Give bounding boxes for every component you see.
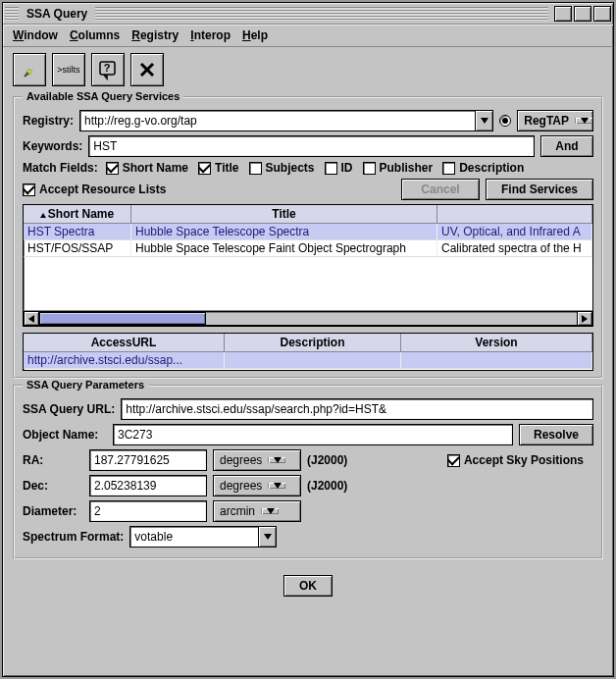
format-combo[interactable] — [129, 526, 277, 548]
format-input[interactable] — [130, 527, 258, 547]
cb-description-label: Description — [459, 161, 524, 175]
menu-columns[interactable]: Columns — [66, 26, 124, 44]
minimize-button[interactable] — [554, 6, 572, 22]
scroll-track[interactable] — [39, 311, 577, 326]
services-tbody: HST Spectra Hubble Space Telescope Spect… — [24, 224, 592, 310]
menu-interop[interactable]: Interop — [186, 26, 234, 44]
ra-units-arrow[interactable] — [268, 457, 285, 463]
params-fieldset: SSA Query Parameters SSA Query URL: Obje… — [13, 385, 603, 559]
pin-icon — [20, 60, 39, 79]
scroll-left-button[interactable] — [24, 311, 39, 326]
find-services-button[interactable]: Find Services — [486, 179, 593, 200]
menu-registry[interactable]: Registry — [128, 26, 182, 44]
title-deco-left — [5, 7, 19, 21]
chevron-down-icon — [481, 118, 488, 124]
cb-short-name[interactable] — [106, 162, 119, 175]
window: SSA Query Window Columns Registry Intero… — [2, 2, 614, 677]
object-input[interactable] — [113, 424, 513, 445]
ra-epoch: (J2000) — [307, 453, 347, 467]
th-title[interactable]: Title — [131, 205, 437, 223]
th-version[interactable]: Version — [401, 334, 592, 351]
dec-units-label: degrees — [214, 479, 268, 493]
regtap-radio[interactable] — [499, 115, 511, 127]
diameter-units-arrow[interactable] — [261, 508, 279, 514]
ra-label: RA: — [23, 453, 83, 467]
close-button[interactable] — [593, 6, 611, 22]
cb-publisher-label: Publisher — [380, 161, 434, 175]
scroll-right-button[interactable] — [577, 311, 592, 326]
cell-title: Hubble Space Telescope Faint Object Spec… — [131, 240, 437, 256]
registry-combo-arrow[interactable] — [475, 111, 492, 131]
match-fields-label: Match Fields: — [23, 161, 98, 175]
chevron-down-icon — [264, 534, 272, 540]
services-hscroll[interactable] — [24, 310, 592, 326]
url-input[interactable] — [121, 398, 593, 420]
dec-units-dropdown[interactable]: degrees — [213, 475, 301, 496]
table-row[interactable]: http://archive.stsci.edu/ssap... — [24, 352, 592, 369]
ra-input[interactable] — [89, 449, 207, 471]
stilts-button[interactable]: >stilts — [52, 53, 85, 86]
registry-combo[interactable] — [79, 110, 493, 131]
menubar: Window Columns Registry Interop Help — [3, 25, 613, 47]
cb-id-label: ID — [341, 161, 353, 175]
cb-accept-lists[interactable] — [23, 183, 35, 196]
menu-window[interactable]: Window — [9, 26, 62, 44]
cb-publisher[interactable] — [363, 162, 376, 175]
dec-label: Dec: — [23, 479, 83, 493]
cb-accept-sky[interactable] — [447, 454, 460, 467]
help-icon: ? — [97, 59, 119, 80]
details-table: AccessURL Description Version http://arc… — [23, 333, 593, 371]
pin-button[interactable] — [13, 53, 46, 86]
cancel-close-button[interactable] — [130, 53, 164, 86]
th-accessurl[interactable]: AccessURL — [24, 334, 225, 351]
svg-line-0 — [25, 73, 28, 77]
cell-other: UV, Optical, and Infrared A — [437, 224, 592, 239]
cell-version — [401, 352, 592, 368]
dec-units-arrow[interactable] — [268, 483, 285, 489]
table-row[interactable]: HST Spectra Hubble Space Telescope Spect… — [24, 224, 592, 240]
regtap-label: RegTAP — [518, 114, 575, 128]
format-arrow[interactable] — [258, 527, 276, 547]
cb-description[interactable] — [442, 162, 455, 175]
svg-text:?: ? — [104, 62, 111, 74]
sort-asc-icon — [40, 213, 46, 218]
resolve-button[interactable]: Resolve — [519, 424, 593, 445]
services-legend: Available SSA Query Services — [23, 90, 183, 102]
regtap-arrow[interactable] — [575, 118, 592, 124]
scroll-thumb[interactable] — [39, 312, 206, 325]
chevron-down-icon — [267, 508, 275, 514]
diameter-units-label: arcmin — [214, 504, 261, 518]
menu-help[interactable]: Help — [238, 26, 272, 44]
window-title: SSA Query — [23, 7, 91, 21]
chevron-down-icon — [581, 118, 589, 124]
ra-units-label: degrees — [214, 453, 268, 467]
help-button[interactable]: ? — [91, 53, 125, 86]
table-row[interactable]: HST/FOS/SSAP Hubble Space Telescope Fain… — [24, 240, 592, 257]
cancel-button[interactable]: Cancel — [401, 179, 480, 200]
cb-subjects[interactable] — [249, 162, 262, 175]
regtap-dropdown[interactable]: RegTAP — [517, 110, 593, 131]
dec-input[interactable] — [89, 475, 207, 496]
keywords-label: Keywords: — [23, 139, 82, 153]
ok-button[interactable]: OK — [283, 575, 333, 597]
th-other[interactable] — [437, 205, 592, 223]
close-icon — [137, 60, 157, 79]
cb-id[interactable] — [325, 162, 337, 175]
diameter-input[interactable] — [89, 500, 207, 522]
cb-title-label: Title — [215, 161, 238, 175]
and-button[interactable]: And — [540, 135, 593, 157]
th-description[interactable]: Description — [225, 334, 401, 351]
dec-epoch: (J2000) — [307, 479, 347, 493]
th-short-name[interactable]: Short Name — [24, 205, 131, 223]
maximize-button[interactable] — [574, 6, 591, 22]
cb-subjects-label: Subjects — [266, 161, 315, 175]
cb-title[interactable] — [198, 162, 211, 175]
title-deco-right — [95, 7, 548, 21]
chevron-left-icon — [28, 315, 34, 323]
url-label: SSA Query URL: — [23, 402, 115, 416]
keywords-input[interactable] — [88, 135, 535, 157]
diameter-units-dropdown[interactable]: arcmin — [213, 500, 301, 522]
toolbar: >stilts ? — [3, 47, 613, 90]
registry-input[interactable] — [80, 111, 475, 131]
ra-units-dropdown[interactable]: degrees — [213, 449, 301, 471]
